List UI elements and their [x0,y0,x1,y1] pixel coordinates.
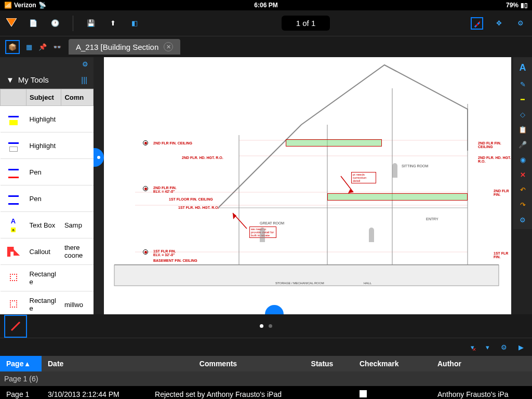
collapse-icon[interactable]: ▼ [6,75,14,84]
mic-tool-icon[interactable]: 🎤 [518,141,527,149]
status-bar: 📶 Verizon 📡 6:06 PM 79% ▮▯ [0,0,532,10]
left-handle[interactable] [94,148,104,167]
comments-header: Page ▴ Date Comments Status Checkmark Au… [0,356,532,371]
tool-row[interactable]: Highlight [1,106,94,132]
comments-settings-icon[interactable]: ⚙ [501,343,507,351]
tool-row[interactable]: ▛◣Calloutthere coone [1,238,94,265]
cube-icon[interactable]: ◧ [128,17,141,30]
battery-icon: ▮▯ [521,2,528,9]
header-date[interactable]: Date [42,360,145,368]
new-doc-icon[interactable]: 📄 [27,17,39,30]
highlighter-tool-icon[interactable]: ━ [521,96,525,103]
svg-marker-18 [233,213,236,219]
filter-clear-icon[interactable]: ▾✕ [471,343,474,351]
tools-panel: ⚙ ▼ My Tools ||| Subject Comn Highlight … [0,57,94,314]
shape-tool-icon[interactable]: ◇ [520,111,525,118]
callout-annotation[interactable]: pt needs correction detail [351,172,376,183]
header-status[interactable]: Status [291,360,353,368]
svg-line-19 [11,322,20,330]
play-icon[interactable]: ▶ [518,343,524,351]
drawing-canvas[interactable]: 2ND FLR FIN. CEILING 2ND FLR. HD. HGT. R… [104,57,511,314]
signal-icon: 📶 [4,2,12,9]
page-dots[interactable] [260,324,272,328]
clock-icon[interactable]: 🕐 [49,17,61,30]
comment-row[interactable]: Page 1 3/10/2013 2:12:44 PM Rejected set… [0,386,532,399]
doc-tab-title: A_213 [Building Section [76,43,158,51]
tool-row[interactable]: Pen [1,185,94,212]
delete-tool-icon[interactable]: ✕ [520,171,526,179]
mytools-title: My Tools [18,75,49,84]
tools-settings-icon[interactable]: ⚙ [82,60,88,68]
cell-page: Page 1 [0,390,42,398]
camera-tool-icon[interactable]: ◉ [520,156,526,164]
cell-check[interactable] [353,390,431,399]
redo-tool-icon[interactable]: ↷ [520,201,526,209]
move-icon[interactable]: ✥ [493,17,505,30]
glasses-icon[interactable]: 👓 [53,43,61,51]
tool-row[interactable]: AaText BoxSamp [1,212,94,238]
tool-row[interactable]: Highlight [1,132,94,159]
document-tab[interactable]: A_213 [Building Section ✕ [69,39,180,55]
paste-tool-icon[interactable]: 📋 [518,126,527,134]
cell-comment: Rejected set by Anthony Frausto's iPad o… [145,390,291,399]
filter-icon[interactable]: ▾ [486,343,489,351]
pen-tool-icon[interactable]: ✎ [520,81,526,88]
tool-row[interactable]: Pen [1,159,94,185]
page-group-summary[interactable]: Page 1 (6) [0,371,532,386]
comments-toolbar: ▾✕ ▾ ⚙ ▶ [0,338,532,356]
tool-table: Subject Comn Highlight Highlight Pen Pen… [0,89,94,314]
top-toolbar: 📄 🕐 💾 ⬆︎ ◧ 1 of 1 ✥ ⚙ [0,10,532,36]
dot-2[interactable] [269,324,272,328]
carrier-label: Verizon [14,2,36,9]
columns-icon[interactable]: ||| [81,75,87,84]
header-comments[interactable]: Comments [145,360,291,368]
tool-row[interactable]: Rectangl emillwo [1,291,94,315]
pin-icon[interactable]: 📌 [38,43,47,51]
svg-marker-0 [6,18,17,26]
save-icon[interactable]: 💾 [85,17,97,30]
dot-1[interactable] [260,324,263,328]
annotate-mode-icon[interactable] [471,17,483,30]
text-tool-icon[interactable]: A [520,62,526,73]
col-icon[interactable] [1,89,26,106]
header-page[interactable]: Page ▴ [0,356,42,371]
status-time: 6:06 PM [254,2,277,9]
header-author[interactable]: Author [431,360,532,368]
bottom-tool-strip [0,314,532,338]
sort-asc-icon: ▴ [25,360,29,368]
app-menu-icon[interactable] [5,17,18,30]
grid-view-icon[interactable]: ▦ [26,43,32,51]
page-counter[interactable]: 1 of 1 [282,16,330,31]
sub-toolbar: 📦 ▦ 📌 👓 A_213 [Building Section ✕ [0,36,532,57]
tool-settings-icon[interactable]: ⚙ [520,216,526,224]
tool-row[interactable]: Rectangl e [1,265,94,291]
col-subject[interactable]: Subject [26,89,61,106]
cell-date: 3/10/2013 2:12:44 PM [42,390,145,398]
document-viewer[interactable]: 2ND FLR FIN. CEILING 2ND FLR. HD. HGT. R… [94,57,532,314]
export-icon[interactable]: ⬆︎ [107,17,119,30]
settings-icon[interactable]: ⚙ [514,17,527,30]
wifi-icon: 📡 [38,2,46,9]
undo-tool-icon[interactable]: ↶ [520,186,526,194]
cell-author: Anthony Frausto's iPa [431,390,532,398]
current-tool-indicator[interactable] [4,315,27,338]
col-comment[interactable]: Comn [61,89,94,106]
header-checkmark[interactable]: Checkmark [353,360,431,368]
battery-pct: 79% [506,2,518,9]
box-view-icon[interactable]: 📦 [5,40,20,54]
svg-line-2 [475,20,480,27]
close-tab-icon[interactable]: ✕ [164,42,173,51]
annotation-toolbar: A ✎ ━ ◇ 📋 🎤 ◉ ✕ ↶ ↷ ⚙ [513,57,532,229]
mytools-header[interactable]: ▼ My Tools ||| [0,71,94,89]
